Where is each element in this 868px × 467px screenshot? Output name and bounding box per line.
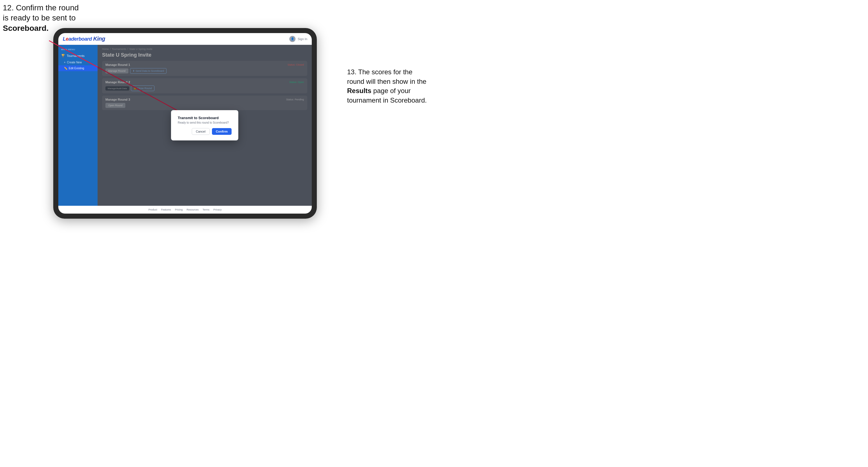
logo-text: Leaderboard King — [63, 36, 105, 42]
sign-in-link[interactable]: Sign In — [298, 37, 307, 41]
modal-overlay: Transmit to Scoreboard Ready to send thi… — [98, 45, 312, 206]
modal-confirm-button[interactable]: Confirm — [212, 128, 231, 135]
footer-link-pricing[interactable]: Pricing — [175, 208, 183, 211]
sidebar-create-label: Create New — [67, 61, 82, 64]
logo-king: King — [92, 36, 105, 42]
modal-subtitle: Ready to send this round to Scoreboard? — [178, 121, 231, 124]
footer-link-resources[interactable]: Resources — [187, 208, 199, 211]
annotation-line2: is ready to be sent to — [3, 13, 79, 23]
edit-icon: ✏️ — [64, 67, 67, 70]
main-content: Home / Tournaments / State U Spring Invi… — [98, 45, 312, 206]
modal-cancel-button[interactable]: Cancel — [192, 128, 210, 135]
annotation-right-line1: 13. The scores for the round will then s… — [347, 68, 427, 85]
tablet-frame: Leaderboard King 👤 Sign In MAIN MENU 🏆 T… — [53, 28, 317, 219]
annotation-right: 13. The scores for the round will then s… — [347, 67, 431, 105]
modal-title: Transmit to Scoreboard — [178, 116, 231, 120]
tablet-footer: Product Features Pricing Resources Terms… — [58, 206, 312, 214]
app-layout: MAIN MENU 🏆 Tournaments + Create New ✏️ … — [58, 45, 312, 206]
sidebar: MAIN MENU 🏆 Tournaments + Create New ✏️ … — [58, 45, 98, 206]
annotation-right-bold: Results — [347, 87, 371, 94]
modal-dialog: Transmit to Scoreboard Ready to send thi… — [171, 110, 238, 141]
annotation-line1: 12. Confirm the round — [3, 3, 79, 13]
nav-right: 👤 Sign In — [289, 36, 307, 42]
sidebar-tournaments-label: Tournaments — [67, 54, 85, 58]
logo-leaderboard: Leaderboard — [63, 36, 92, 42]
annotation-top: 12. Confirm the round is ready to be sen… — [3, 3, 79, 33]
sidebar-item-tournaments[interactable]: 🏆 Tournaments — [58, 52, 98, 59]
top-navbar: Leaderboard King 👤 Sign In — [58, 33, 312, 45]
modal-buttons: Cancel Confirm — [178, 128, 231, 135]
user-avatar-icon: 👤 — [289, 36, 296, 42]
sidebar-item-create-new[interactable]: + Create New — [58, 59, 98, 65]
sidebar-item-edit-existing[interactable]: ✏️ Edit Existing — [58, 65, 98, 71]
trophy-icon: 🏆 — [61, 54, 65, 58]
annotation-bold: Scoreboard. — [3, 24, 49, 33]
footer-link-privacy[interactable]: Privacy — [213, 208, 222, 211]
main-menu-label: MAIN MENU — [58, 47, 98, 52]
logo-area: Leaderboard King — [63, 36, 105, 42]
plus-icon: + — [64, 61, 66, 64]
tablet-screen: Leaderboard King 👤 Sign In MAIN MENU 🏆 T… — [58, 33, 312, 214]
footer-link-features[interactable]: Features — [161, 208, 171, 211]
footer-link-terms[interactable]: Terms — [203, 208, 210, 211]
footer-link-product[interactable]: Product — [148, 208, 157, 211]
sidebar-edit-label: Edit Existing — [69, 67, 84, 70]
